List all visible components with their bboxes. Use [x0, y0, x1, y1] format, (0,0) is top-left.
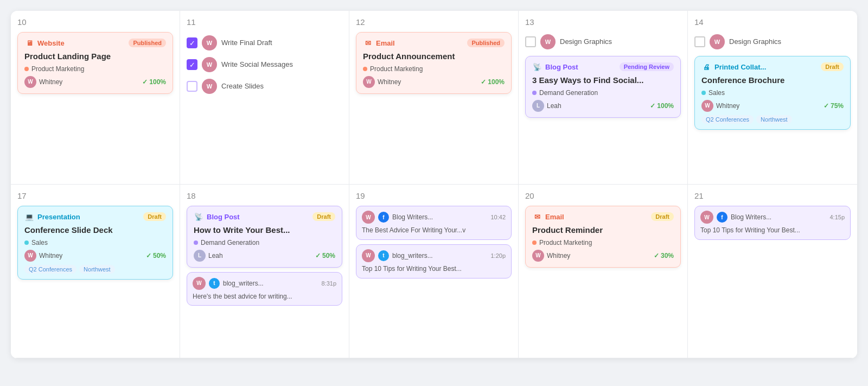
checkbox-3[interactable]	[187, 81, 197, 92]
social-stream-fb-19[interactable]: W f Blog Writers... 10:42 The Best Advic…	[356, 206, 512, 240]
status-badge: Draft	[651, 212, 674, 221]
social-stream-twitter-18[interactable]: W t blog_writers... 8:31p Here's the bes…	[187, 272, 342, 306]
card-presentation-deck[interactable]: 💻 Presentation Draft Conference Slide De…	[17, 206, 173, 280]
avatar-design: W	[540, 34, 556, 49]
checklist-item-2[interactable]: ✓ W Write Social Messages	[187, 54, 342, 75]
social-header: W f Blog Writers... 10:42	[362, 211, 506, 224]
card-footer: W Whitney ✓ 100%	[363, 76, 505, 88]
facebook-icon: f	[717, 212, 727, 223]
social-time: 1:20p	[490, 252, 506, 259]
design-task-14[interactable]: W Design Graphics	[694, 32, 851, 52]
avatar: W	[24, 250, 36, 262]
card-email-announcement[interactable]: ✉ Email Published Product Announcement P…	[356, 32, 512, 94]
day-11: 11 ✓ W Write Final Draft ✓ W Write Socia…	[180, 11, 349, 185]
social-handle: blog_writers...	[392, 252, 433, 260]
day-number-11: 11	[187, 17, 342, 27]
card-email-reminder[interactable]: ✉ Email Draft Product Reminder Product M…	[525, 206, 681, 268]
social-text: Top 10 Tips for Writing Your Best...	[700, 226, 845, 235]
day-14: 14 W Design Graphics 🖨 Printed Collat...…	[688, 11, 857, 185]
status-badge: Draft	[312, 212, 335, 221]
status-badge: Published	[467, 39, 505, 47]
design-task-13[interactable]: W Design Graphics	[525, 32, 681, 52]
day-number-14: 14	[694, 17, 851, 27]
day-number-10: 10	[17, 17, 173, 27]
card-title: How to Write Your Best...	[194, 225, 335, 236]
twitter-icon: t	[209, 278, 220, 289]
calendar-grid: 10 🖥 Website Published Product Landing P…	[11, 11, 857, 358]
assignee: L Leah	[194, 250, 223, 262]
social-avatar: W	[362, 211, 375, 224]
social-handle: Blog Writers...	[392, 213, 433, 221]
card-website-landing[interactable]: 🖥 Website Published Product Landing Page…	[17, 32, 173, 94]
category-dot	[701, 91, 706, 95]
assignee: W Whitney	[363, 76, 401, 88]
task-text-2: Write Social Messages	[221, 60, 293, 69]
card-footer: W Whitney ✓ 75%	[701, 100, 844, 112]
card-tags: Q2 Conferences Northwest	[701, 115, 844, 124]
email-icon: ✉	[532, 212, 542, 222]
card-type-presentation: 💻 Presentation	[24, 212, 80, 222]
assignee: W Whitney	[24, 250, 62, 262]
tag-q2[interactable]: Q2 Conferences	[24, 265, 76, 274]
print-icon: 🖨	[701, 62, 711, 72]
card-blog-social[interactable]: 📡 Blog Post Pending Review 3 Easy Ways t…	[525, 56, 681, 118]
card-category: Demand Generation	[194, 239, 335, 246]
avatar-3: W	[202, 79, 217, 94]
day-17: 17 💻 Presentation Draft Conference Slide…	[11, 185, 180, 358]
status-badge: Draft	[143, 212, 166, 221]
tag-q2[interactable]: Q2 Conferences	[701, 115, 754, 124]
social-time: 10:42	[490, 214, 506, 220]
category-dot	[532, 241, 537, 245]
tag-northwest[interactable]: Northwest	[79, 265, 115, 274]
card-type-print: 🖨 Printed Collat...	[701, 62, 766, 72]
day-18: 18 📡 Blog Post Draft How to Write Your B…	[180, 185, 349, 358]
checklist-item-1[interactable]: ✓ W Write Final Draft	[187, 32, 342, 54]
social-avatar: W	[700, 211, 713, 224]
day-20: 20 ✉ Email Draft Product Reminder Produc…	[519, 185, 688, 358]
task-text-3: Create Slides	[221, 82, 264, 91]
card-title: Product Landing Page	[24, 51, 166, 62]
day-19: 19 W f Blog Writers... 10:42 The Best Ad…	[349, 185, 519, 358]
card-category: Product Marketing	[24, 65, 166, 73]
social-header: W t blog_writers... 8:31p	[193, 277, 336, 290]
checkbox-1[interactable]: ✓	[187, 37, 197, 48]
design-task-label: Design Graphics	[560, 37, 612, 47]
card-title: Product Announcement	[363, 51, 505, 62]
progress: ✓ 75%	[824, 102, 844, 110]
tag-northwest[interactable]: Northwest	[756, 115, 792, 124]
day-number-17: 17	[17, 191, 173, 200]
assignee: W Whitney	[24, 76, 62, 88]
card-category: Product Marketing	[532, 239, 674, 246]
card-print-brochure[interactable]: 🖨 Printed Collat... Draft Conference Bro…	[694, 56, 851, 130]
checkbox-2[interactable]: ✓	[187, 59, 197, 70]
progress: ✓ 100%	[481, 78, 505, 86]
assignee: W Whitney	[532, 250, 570, 262]
blog-icon: 📡	[194, 212, 203, 222]
status-badge: Published	[129, 39, 166, 47]
checklist-item-3[interactable]: W Create Slides	[187, 75, 342, 97]
card-type-website: 🖥 Website	[24, 38, 65, 48]
social-time: 4:15p	[829, 214, 845, 220]
card-type-email: ✉ Email	[363, 38, 395, 48]
card-footer: L Leah ✓ 50%	[194, 250, 335, 262]
day-13: 13 W Design Graphics 📡 Blog Post Pending…	[519, 11, 688, 185]
social-handle: Blog Writers...	[731, 213, 771, 221]
avatar-1: W	[202, 35, 217, 50]
email-icon: ✉	[363, 38, 373, 48]
avatar: L	[532, 100, 544, 112]
social-time: 8:31p	[321, 280, 336, 287]
day-21: 21 W f Blog Writers... 4:15p Top 10 Tips…	[688, 185, 857, 358]
card-title: Conference Brochure	[701, 75, 844, 86]
design-checkbox[interactable]	[694, 36, 705, 47]
card-blog-howto[interactable]: 📡 Blog Post Draft How to Write Your Best…	[187, 206, 342, 268]
design-checkbox[interactable]	[525, 36, 536, 47]
facebook-icon: f	[378, 212, 389, 223]
card-tags: Q2 Conferences Northwest	[24, 265, 166, 274]
social-stream-fb-21[interactable]: W f Blog Writers... 4:15p Top 10 Tips fo…	[694, 206, 851, 240]
design-task-label: Design Graphics	[729, 37, 781, 47]
status-badge: Pending Review	[620, 62, 674, 71]
category-dot	[24, 241, 29, 245]
social-stream-tw-19[interactable]: W t blog_writers... 1:20p Top 10 Tips fo…	[356, 244, 512, 279]
category-dot	[363, 67, 367, 71]
card-title: Conference Slide Deck	[24, 225, 166, 236]
